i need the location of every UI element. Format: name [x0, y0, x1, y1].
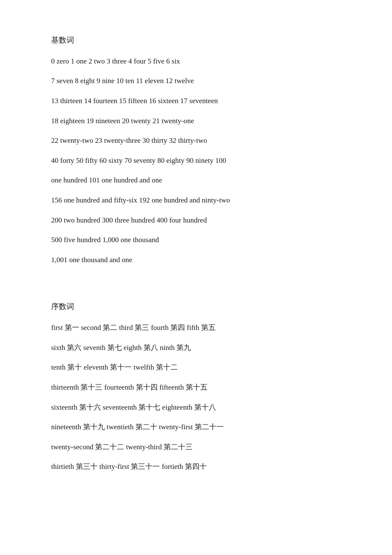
cardinal-line-11: 1,001 one thousand and one: [51, 254, 341, 267]
cardinal-line-5: 22 twenty-two 23 twenty-three 30 thirty …: [51, 134, 341, 147]
ordinal-line-3: tenth 第十 eleventh 第十一 twelfth 第十二: [51, 361, 341, 374]
cardinal-line-10: 500 five hundred 1,000 one thousand: [51, 234, 341, 247]
ordinal-lines: first 第一 second 第二 third 第三 fourth 第四 fi…: [51, 321, 341, 474]
cardinal-line-2: 7 seven 8 eight 9 nine 10 ten 11 eleven …: [51, 75, 341, 88]
cardinal-line-1: 0 zero 1 one 2 two 3 three 4 four 5 five…: [51, 55, 341, 68]
cardinal-line-3: 13 thirteen 14 fourteen 15 fifteen 16 si…: [51, 95, 341, 108]
ordinal-line-5: sixteenth 第十六 seventeenth 第十七 eighteenth…: [51, 401, 341, 414]
ordinal-line-1: first 第一 second 第二 third 第三 fourth 第四 fi…: [51, 321, 341, 335]
cardinal-section: 基数词 0 zero 1 one 2 two 3 three 4 four 5 …: [51, 34, 341, 266]
ordinal-section: 序数词 first 第一 second 第二 third 第三 fourth 第…: [51, 301, 341, 474]
cardinal-line-6: 40 forty 50 fifty 60 sixty 70 seventy 80…: [51, 154, 341, 168]
ordinal-line-8: thirtieth 第三十 thirty-first 第三十一 fortieth…: [51, 460, 341, 474]
spacer: [51, 283, 341, 301]
cardinal-title: 基数词: [51, 34, 341, 46]
cardinal-line-4: 18 eighteen 19 nineteen 20 twenty 21 twe…: [51, 115, 341, 128]
ordinal-line-4: thirteenth 第十三 fourteenth 第十四 fifteenth …: [51, 381, 341, 394]
cardinal-lines: 0 zero 1 one 2 two 3 three 4 four 5 five…: [51, 55, 341, 267]
ordinal-line-6: nineteenth 第十九 twentieth 第二十 twenty-firs…: [51, 421, 341, 434]
ordinal-line-7: twenty-second 第二十二 twenty-third 第二十三: [51, 441, 341, 454]
ordinal-line-2: sixth 第六 seventh 第七 eighth 第八 ninth 第九: [51, 341, 341, 355]
cardinal-line-9: 200 two hundred 300 three hundred 400 fo…: [51, 214, 341, 227]
cardinal-line-7: one hundred 101 one hundred and one: [51, 174, 341, 187]
cardinal-line-8: 156 one hundred and fifty-six 192 one hu…: [51, 194, 341, 207]
ordinal-title: 序数词: [51, 301, 341, 313]
